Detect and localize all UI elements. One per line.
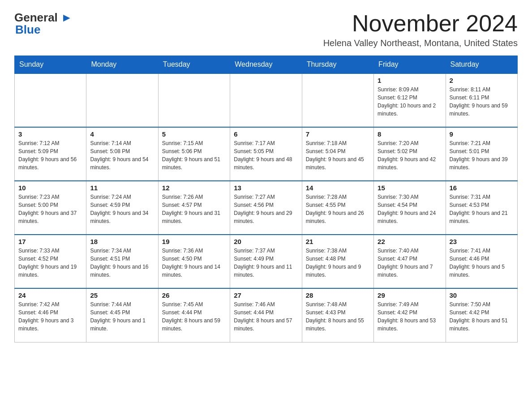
calendar-week-row: 3Sunrise: 7:12 AMSunset: 5:09 PMDaylight… xyxy=(15,127,518,181)
calendar-table: SundayMondayTuesdayWednesdayThursdayFrid… xyxy=(14,56,518,342)
calendar-cell: 12Sunrise: 7:26 AMSunset: 4:57 PMDayligh… xyxy=(158,181,230,235)
calendar-cell: 14Sunrise: 7:28 AMSunset: 4:55 PMDayligh… xyxy=(302,181,373,235)
calendar-cell: 28Sunrise: 7:48 AMSunset: 4:43 PMDayligh… xyxy=(302,288,373,342)
page-header: General ► Blue November 2024 Helena Vall… xyxy=(14,11,518,48)
calendar-cell: 1Sunrise: 8:09 AMSunset: 6:12 PMDaylight… xyxy=(374,73,446,127)
day-sun-info: Sunrise: 7:30 AMSunset: 4:54 PMDaylight:… xyxy=(378,193,442,225)
day-sun-info: Sunrise: 7:37 AMSunset: 4:49 PMDaylight:… xyxy=(234,247,298,279)
day-number: 6 xyxy=(234,130,298,138)
day-number: 14 xyxy=(306,184,370,192)
calendar-cell xyxy=(230,73,302,127)
calendar-cell: 24Sunrise: 7:42 AMSunset: 4:46 PMDayligh… xyxy=(15,288,86,342)
day-sun-info: Sunrise: 8:11 AMSunset: 6:11 PMDaylight:… xyxy=(450,86,514,118)
calendar-cell xyxy=(302,73,373,127)
calendar-cell: 3Sunrise: 7:12 AMSunset: 5:09 PMDaylight… xyxy=(15,127,86,181)
day-number: 11 xyxy=(90,184,154,192)
calendar-cell: 16Sunrise: 7:31 AMSunset: 4:53 PMDayligh… xyxy=(446,181,517,235)
calendar-cell xyxy=(86,73,158,127)
day-number: 5 xyxy=(162,130,226,138)
calendar-cell: 20Sunrise: 7:37 AMSunset: 4:49 PMDayligh… xyxy=(230,235,302,288)
weekday-header-sunday: Sunday xyxy=(15,56,86,74)
day-sun-info: Sunrise: 7:17 AMSunset: 5:05 PMDaylight:… xyxy=(234,139,298,171)
calendar-cell: 29Sunrise: 7:49 AMSunset: 4:42 PMDayligh… xyxy=(374,288,446,342)
day-number: 9 xyxy=(450,130,514,138)
calendar-cell: 19Sunrise: 7:36 AMSunset: 4:50 PMDayligh… xyxy=(158,235,230,288)
calendar-week-row: 24Sunrise: 7:42 AMSunset: 4:46 PMDayligh… xyxy=(15,288,518,342)
calendar-cell xyxy=(15,73,86,127)
day-number: 26 xyxy=(162,291,226,299)
day-number: 22 xyxy=(378,238,442,245)
calendar-cell: 22Sunrise: 7:40 AMSunset: 4:47 PMDayligh… xyxy=(374,235,446,288)
day-number: 16 xyxy=(450,184,514,192)
weekday-header-friday: Friday xyxy=(374,56,446,74)
calendar-cell: 17Sunrise: 7:33 AMSunset: 4:52 PMDayligh… xyxy=(15,235,86,288)
calendar-cell: 7Sunrise: 7:18 AMSunset: 5:04 PMDaylight… xyxy=(302,127,373,181)
calendar-week-row: 10Sunrise: 7:23 AMSunset: 5:00 PMDayligh… xyxy=(15,181,518,235)
calendar-cell xyxy=(158,73,230,127)
day-number: 19 xyxy=(162,238,226,245)
calendar-cell: 10Sunrise: 7:23 AMSunset: 5:00 PMDayligh… xyxy=(15,181,86,235)
calendar-cell: 27Sunrise: 7:46 AMSunset: 4:44 PMDayligh… xyxy=(230,288,302,342)
calendar-cell: 23Sunrise: 7:41 AMSunset: 4:46 PMDayligh… xyxy=(446,235,517,288)
day-number: 27 xyxy=(234,291,298,299)
calendar-cell: 21Sunrise: 7:38 AMSunset: 4:48 PMDayligh… xyxy=(302,235,373,288)
calendar-cell: 26Sunrise: 7:45 AMSunset: 4:44 PMDayligh… xyxy=(158,288,230,342)
calendar-cell: 4Sunrise: 7:14 AMSunset: 5:08 PMDaylight… xyxy=(86,127,158,181)
day-number: 18 xyxy=(90,238,154,245)
calendar-cell: 8Sunrise: 7:20 AMSunset: 5:02 PMDaylight… xyxy=(374,127,446,181)
day-sun-info: Sunrise: 7:36 AMSunset: 4:50 PMDaylight:… xyxy=(162,247,226,279)
day-sun-info: Sunrise: 7:50 AMSunset: 4:42 PMDaylight:… xyxy=(450,300,514,333)
day-sun-info: Sunrise: 7:26 AMSunset: 4:57 PMDaylight:… xyxy=(162,193,226,225)
calendar-cell: 15Sunrise: 7:30 AMSunset: 4:54 PMDayligh… xyxy=(374,181,446,235)
day-sun-info: Sunrise: 7:20 AMSunset: 5:02 PMDaylight:… xyxy=(378,139,442,171)
day-sun-info: Sunrise: 7:18 AMSunset: 5:04 PMDaylight:… xyxy=(306,139,370,171)
day-number: 1 xyxy=(378,77,442,84)
calendar-cell: 9Sunrise: 7:21 AMSunset: 5:01 PMDaylight… xyxy=(446,127,517,181)
day-sun-info: Sunrise: 7:21 AMSunset: 5:01 PMDaylight:… xyxy=(450,139,514,171)
day-sun-info: Sunrise: 7:48 AMSunset: 4:43 PMDaylight:… xyxy=(306,300,370,333)
day-number: 21 xyxy=(306,238,370,245)
day-number: 10 xyxy=(18,184,82,192)
day-sun-info: Sunrise: 7:46 AMSunset: 4:44 PMDaylight:… xyxy=(234,300,298,333)
calendar-cell: 18Sunrise: 7:34 AMSunset: 4:51 PMDayligh… xyxy=(86,235,158,288)
day-number: 4 xyxy=(90,130,154,138)
weekday-header-thursday: Thursday xyxy=(302,56,373,74)
calendar-cell: 6Sunrise: 7:17 AMSunset: 5:05 PMDaylight… xyxy=(230,127,302,181)
day-sun-info: Sunrise: 7:28 AMSunset: 4:55 PMDaylight:… xyxy=(306,193,370,225)
logo-blue-text: Blue xyxy=(15,23,40,37)
day-sun-info: Sunrise: 7:24 AMSunset: 4:59 PMDaylight:… xyxy=(90,193,154,225)
day-number: 29 xyxy=(378,291,442,299)
day-number: 7 xyxy=(306,130,370,138)
day-sun-info: Sunrise: 7:14 AMSunset: 5:08 PMDaylight:… xyxy=(90,139,154,171)
location-title: Helena Valley Northeast, Montana, United… xyxy=(323,38,518,48)
calendar-week-row: 17Sunrise: 7:33 AMSunset: 4:52 PMDayligh… xyxy=(15,235,518,288)
day-sun-info: Sunrise: 7:23 AMSunset: 5:00 PMDaylight:… xyxy=(18,193,82,225)
day-sun-info: Sunrise: 7:27 AMSunset: 4:56 PMDaylight:… xyxy=(234,193,298,225)
day-sun-info: Sunrise: 7:15 AMSunset: 5:06 PMDaylight:… xyxy=(162,139,226,171)
day-number: 25 xyxy=(90,291,154,299)
day-sun-info: Sunrise: 7:44 AMSunset: 4:45 PMDaylight:… xyxy=(90,300,154,333)
day-number: 17 xyxy=(18,238,82,245)
day-number: 15 xyxy=(378,184,442,192)
day-sun-info: Sunrise: 7:31 AMSunset: 4:53 PMDaylight:… xyxy=(450,193,514,225)
day-sun-info: Sunrise: 7:34 AMSunset: 4:51 PMDaylight:… xyxy=(90,247,154,279)
weekday-header-wednesday: Wednesday xyxy=(230,56,302,74)
calendar-cell: 25Sunrise: 7:44 AMSunset: 4:45 PMDayligh… xyxy=(86,288,158,342)
logo: General ► Blue xyxy=(14,11,73,37)
day-number: 13 xyxy=(234,184,298,192)
day-number: 12 xyxy=(162,184,226,192)
day-sun-info: Sunrise: 7:45 AMSunset: 4:44 PMDaylight:… xyxy=(162,300,226,333)
calendar-cell: 11Sunrise: 7:24 AMSunset: 4:59 PMDayligh… xyxy=(86,181,158,235)
day-sun-info: Sunrise: 7:40 AMSunset: 4:47 PMDaylight:… xyxy=(378,247,442,279)
calendar-cell: 5Sunrise: 7:15 AMSunset: 5:06 PMDaylight… xyxy=(158,127,230,181)
day-sun-info: Sunrise: 8:09 AMSunset: 6:12 PMDaylight:… xyxy=(378,86,442,118)
calendar-cell: 30Sunrise: 7:50 AMSunset: 4:42 PMDayligh… xyxy=(446,288,517,342)
day-number: 28 xyxy=(306,291,370,299)
day-number: 8 xyxy=(378,130,442,138)
day-number: 20 xyxy=(234,238,298,245)
day-sun-info: Sunrise: 7:12 AMSunset: 5:09 PMDaylight:… xyxy=(18,139,82,171)
day-sun-info: Sunrise: 7:41 AMSunset: 4:46 PMDaylight:… xyxy=(450,247,514,279)
day-number: 2 xyxy=(450,77,514,84)
weekday-header-monday: Monday xyxy=(86,56,158,74)
calendar-week-row: 1Sunrise: 8:09 AMSunset: 6:12 PMDaylight… xyxy=(15,73,518,127)
